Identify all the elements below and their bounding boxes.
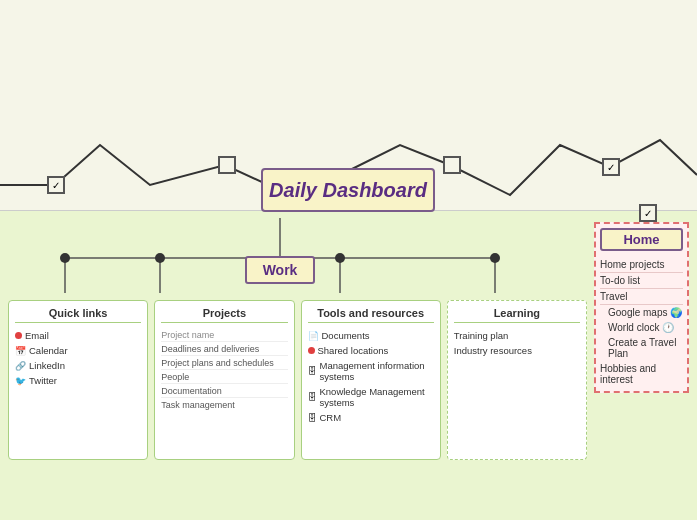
checkbox-node-3[interactable]	[443, 156, 461, 174]
quick-links-card: Quick links Email 📅 Calendar 🔗 LinkedIn …	[8, 300, 148, 460]
home-panel: ✓ Home Home projects To-do list Travel G…	[594, 222, 689, 393]
learning-card: Learning Training plan Industry resource…	[447, 300, 587, 460]
page-title: Daily Dashboard	[269, 179, 427, 202]
home-item-travel[interactable]: Travel	[600, 289, 683, 305]
twitter-item[interactable]: 🐦 Twitter	[15, 373, 141, 388]
project-plans[interactable]: Project plans and schedules	[161, 356, 287, 370]
home-checkbox[interactable]: ✓	[639, 204, 657, 222]
shared-locations-item[interactable]: Shared locations	[308, 343, 434, 358]
home-item-todo[interactable]: To-do list	[600, 273, 683, 289]
project-people[interactable]: People	[161, 370, 287, 384]
calendar-icon: 📅	[15, 346, 26, 356]
cards-container: Quick links Email 📅 Calendar 🔗 LinkedIn …	[8, 300, 587, 460]
training-plan-item[interactable]: Training plan	[454, 328, 580, 343]
email-item[interactable]: Email	[15, 328, 141, 343]
quick-links-title: Quick links	[15, 307, 141, 323]
work-label: Work	[263, 262, 298, 278]
documents-icon: 📄	[308, 331, 319, 341]
calendar-item[interactable]: 📅 Calendar	[15, 343, 141, 358]
knowledge-mgmt-icon: 🗄	[308, 392, 317, 402]
crm-icon: 🗄	[308, 413, 317, 423]
knowledge-mgmt-item[interactable]: 🗄 Knowledge Management systems	[308, 384, 434, 410]
projects-card: Projects Project name Deadlines and deli…	[154, 300, 294, 460]
project-name[interactable]: Project name	[161, 328, 287, 342]
home-title: Home	[600, 228, 683, 251]
project-deadlines[interactable]: Deadlines and deliveries	[161, 342, 287, 356]
home-item-googlemaps[interactable]: Google maps 🌍	[600, 305, 683, 320]
home-item-worldclock[interactable]: World clock 🕐	[600, 320, 683, 335]
tools-card: Tools and resources 📄 Documents Shared l…	[301, 300, 441, 460]
crm-item[interactable]: 🗄 CRM	[308, 410, 434, 425]
tools-title: Tools and resources	[308, 307, 434, 323]
email-icon	[15, 332, 22, 339]
learning-title: Learning	[454, 307, 580, 323]
project-tasks[interactable]: Task management	[161, 398, 287, 411]
home-item-projects[interactable]: Home projects	[600, 257, 683, 273]
industry-resources-item[interactable]: Industry resources	[454, 343, 580, 358]
linkedin-icon: 🔗	[15, 361, 26, 371]
checkbox-node-2[interactable]	[218, 156, 236, 174]
linkedin-item[interactable]: 🔗 LinkedIn	[15, 358, 141, 373]
project-docs[interactable]: Documentation	[161, 384, 287, 398]
mgmt-info-item[interactable]: 🗄 Management information systems	[308, 358, 434, 384]
shared-locations-icon	[308, 347, 315, 354]
checkbox-node-1[interactable]: ✓	[47, 176, 65, 194]
twitter-icon: 🐦	[15, 376, 26, 386]
home-item-travelplan[interactable]: Create a Travel Plan	[600, 335, 683, 361]
projects-title: Projects	[161, 307, 287, 323]
checkbox-node-4[interactable]: ✓	[602, 158, 620, 176]
documents-item[interactable]: 📄 Documents	[308, 328, 434, 343]
mgmt-info-icon: 🗄	[308, 366, 317, 376]
title-box: Daily Dashboard	[261, 168, 435, 212]
work-node: Work	[245, 256, 315, 284]
home-item-hobbies[interactable]: Hobbies and interest	[600, 361, 683, 387]
